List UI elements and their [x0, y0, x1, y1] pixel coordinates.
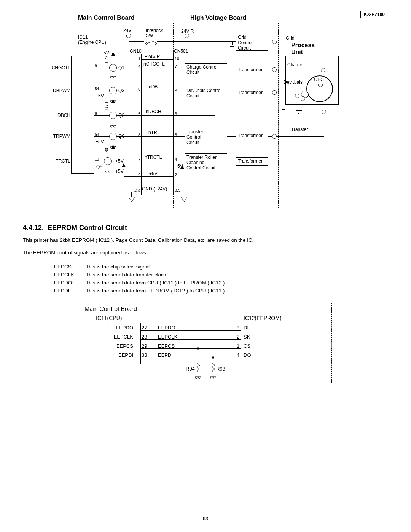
node-icon: [272, 40, 277, 44]
q6-icon: [109, 133, 117, 140]
net-name: EEPDO: [158, 325, 175, 331]
svg-line-2: [147, 41, 155, 43]
svg-marker-28: [129, 197, 135, 202]
p5v-1: +5V: [101, 51, 109, 56]
svg-line-38: [213, 377, 214, 379]
arrow-up-icon: [111, 99, 115, 103]
r79: R79: [105, 102, 109, 110]
ic11-label: IC11 (Engine CPU): [78, 35, 106, 45]
section-eeprom: 4.4.12. EEPROM Control Circuit This prin…: [23, 224, 388, 295]
p24v-node: [126, 34, 131, 38]
r94-label: R94: [186, 366, 195, 372]
roller-ctrl-block: Transfer Roller Cleaning Control Circuit: [185, 153, 227, 169]
svg-line-4: [110, 76, 111, 78]
pin-num: 3: [237, 325, 239, 331]
model-tag: KX-P7100: [360, 11, 388, 18]
gnd-icon: [280, 108, 287, 111]
sig-dbch: DBCH: [57, 113, 70, 118]
q5-icon: [104, 157, 112, 165]
section-lead: The EEPROM control signals are explained…: [23, 250, 388, 256]
cn501-pin-4: 4: [175, 157, 177, 162]
svg-line-6: [113, 76, 114, 78]
net-p5v: +5V: [149, 171, 158, 176]
cn501-pin-2: 2: [175, 173, 177, 177]
net-ndb: nDB: [149, 85, 158, 89]
hv-ground-icon: [229, 45, 235, 48]
gnd-icon: [110, 75, 116, 80]
cn10-pin-1: 1: [138, 56, 140, 61]
gnd-triangle-icon: [129, 197, 135, 203]
grid-ctrl-block: Grid Control Circuit: [236, 34, 268, 51]
cn10-label: CN10: [130, 49, 142, 54]
net-name: EEPDI: [158, 352, 173, 358]
cn501-pin-5: 5: [175, 87, 177, 92]
section-intro: This printer has 2kbit EEPROM ( IC12 ). …: [23, 237, 388, 243]
svg-line-39: [215, 377, 216, 379]
svg-line-32: [196, 377, 198, 379]
dev-ctrl-block: Dev .bais Control Circuit: [185, 87, 227, 99]
cn10-pin-6: 6: [138, 87, 140, 92]
ic12-title: IC12(EEPROM): [244, 315, 282, 321]
svg-line-16: [113, 125, 114, 128]
pin-name: EEPCS: [110, 343, 133, 349]
proc-devbais: Dev .bais: [284, 80, 303, 85]
svg-line-7: [115, 76, 116, 78]
proc-charge: Charge: [287, 62, 302, 67]
gnd-icon: [104, 169, 111, 175]
svg-point-1: [155, 43, 157, 45]
net-name: EEPCLK: [158, 334, 177, 340]
arrow-up-icon: [180, 165, 184, 169]
r77: R77: [105, 56, 109, 63]
resistor-icon: [197, 362, 199, 372]
p24v: +24V: [121, 28, 131, 33]
node-icon: [272, 90, 277, 95]
dev-roller-2: [295, 94, 299, 98]
pin-name: DI: [244, 325, 249, 331]
pin-name: CS: [244, 343, 250, 349]
net-p24vir-b: +24VIR: [145, 54, 160, 59]
q1-icon: [109, 64, 117, 72]
pin-num: 1: [237, 343, 239, 349]
node-dot: [197, 347, 199, 350]
page-number: 63: [0, 516, 411, 521]
sig-chgctl: CHGCTL: [52, 66, 70, 70]
svg-line-24: [105, 171, 106, 173]
proc-grid: Grid: [286, 36, 295, 41]
pin-num: 28: [142, 334, 147, 340]
switch-icon: [145, 40, 157, 46]
pin-num: 4: [237, 352, 239, 358]
pin-name: EEPDI: [110, 352, 133, 358]
net-name: EEPCS: [158, 343, 175, 349]
cn501-pin-3: 3: [175, 133, 177, 137]
sig-dbpwm: DBPWM: [53, 88, 70, 93]
node-dot: [212, 356, 214, 359]
svg-line-36: [210, 377, 211, 379]
p5v-3: +5V: [96, 139, 104, 144]
cn10-pin-4: 4: [138, 64, 140, 69]
pin-num: 33: [142, 352, 147, 358]
arrow-up-icon: [111, 52, 115, 56]
cn501-pin-89: 8,9: [175, 188, 180, 193]
svg-line-15: [112, 125, 113, 128]
signal-table: EEPCS:This is the chip select signal. EE…: [53, 262, 236, 295]
eeprom-diagram: Main Control Board IC11(CPU) IC12(EEPROM…: [80, 303, 331, 387]
node-icon: [272, 134, 277, 139]
cn501-label: CN501: [174, 49, 188, 54]
table-row: EEPCS:This is the chip select signal.: [54, 263, 235, 270]
gnd-icon: [194, 374, 201, 380]
pin-num: 2: [237, 334, 239, 340]
opc-center: [318, 83, 323, 87]
svg-line-14: [110, 125, 111, 128]
proc-opc: OPC: [314, 77, 324, 82]
charge-ctrl-block: Charge Control Circuit: [185, 63, 227, 75]
pin-num: 27: [142, 325, 147, 331]
cn10-pin-23: 2,3: [134, 188, 140, 193]
svg-marker-29: [181, 197, 187, 202]
main-board-title: Main Control Board: [78, 14, 134, 21]
svg-point-0: [146, 43, 148, 45]
pin-name: EEPDO: [110, 325, 133, 331]
net-nchgctl: nCHGCTL: [143, 62, 165, 67]
node-icon: [272, 67, 277, 72]
p5v-2: +5V: [96, 94, 104, 99]
cn10-pin-7: 7: [138, 157, 140, 162]
